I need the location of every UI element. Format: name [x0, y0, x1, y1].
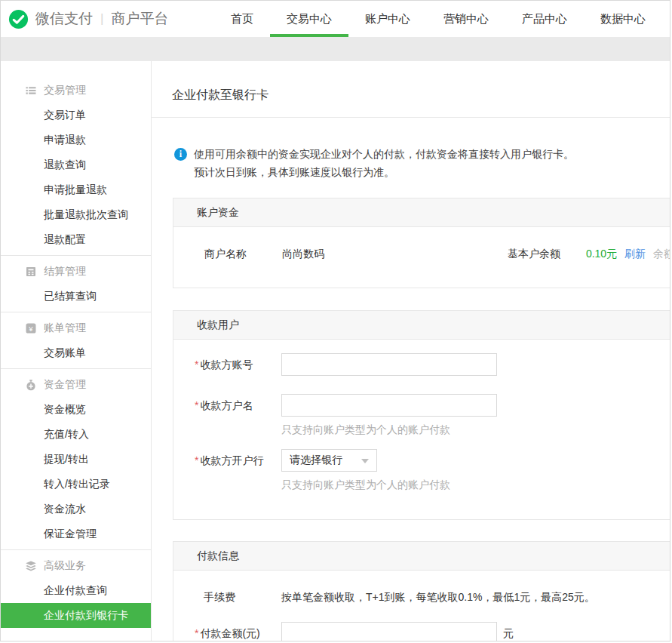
balance-group: 基本户余额 0.10元 刷新 余额不足: [508, 248, 670, 261]
payee-account-field-row: *收款方账号: [195, 353, 670, 376]
bank-select[interactable]: 请选择银行: [281, 449, 377, 472]
required-mark: *: [195, 454, 198, 466]
sidebar-divider: [1, 549, 151, 550]
balance-note: 余额不足: [653, 248, 670, 260]
required-mark: *: [195, 627, 198, 639]
sidebar-divider: [1, 368, 151, 369]
sidebar-item-batch-refund-batch-query[interactable]: 批量退款批次查询: [1, 202, 151, 227]
sidebar-section-title: 交易管理: [44, 84, 86, 97]
top-navigation: 首页 交易中心 账户中心 营销中心 产品中心 数据中心: [214, 1, 670, 37]
payee-name-label: *收款方户名: [195, 394, 281, 437]
sidebar-section-settlement-management: 结算管理: [1, 259, 151, 284]
payee-name-field-row: *收款方户名 只支持向账户类型为个人的账户付款: [195, 394, 670, 437]
payee-name-control: 只支持向账户类型为个人的账户付款: [281, 394, 497, 437]
merchant-name-value: 尚尚数码: [282, 248, 324, 261]
info-notice: i 使用可用余额中的资金实现企业对个人的付款，付款资金将直接转入用户银行卡。 预…: [174, 145, 670, 181]
account-funds-body: 商户名称 尚尚数码 基本户余额 0.10元 刷新 余额不足: [173, 227, 670, 288]
nav-marketing-center[interactable]: 营销中心: [427, 1, 505, 37]
sidebar-item-enterprise-payment-query[interactable]: 企业付款查询: [1, 578, 151, 603]
basic-balance-value: 0.10元: [586, 248, 617, 260]
sidebar: 交易管理 交易订单 申请退款 退款查询 申请批量退款 批量退款批次查询 退款配置…: [1, 61, 152, 641]
payee-body: *收款方账号 *收款方户名 只支持向账户类型为个人的账户付款 *收款: [173, 340, 670, 519]
payment-info-section: 付款信息 手续费 按单笔金额收取，T+1到账，每笔收取0.1%，最低1元，最高2…: [173, 541, 670, 641]
sidebar-section-title: 高级业务: [44, 559, 86, 573]
required-mark: *: [195, 358, 198, 371]
payee-account-input[interactable]: [281, 353, 497, 376]
nav-account-center[interactable]: 账户中心: [348, 1, 427, 37]
fee-row: 手续费 按单笔金额收取，T+1到账，每笔收取0.1%，最低1元，最高25元。: [195, 591, 670, 605]
wechat-pay-logo-icon: [8, 9, 29, 29]
basic-balance-label: 基本户余额: [508, 248, 560, 260]
sidebar-item-apply-refund[interactable]: 申请退款: [1, 128, 151, 152]
payee-bank-field-row: *收款方开户行 请选择银行 只支持向账户类型为个人的账户付款: [195, 449, 670, 492]
amount-field-row: *付款金额(元) 元: [195, 622, 670, 641]
sidebar-item-apply-batch-refund[interactable]: 申请批量退款: [1, 177, 151, 202]
sidebar-item-transaction-bill[interactable]: 交易账单: [1, 340, 151, 365]
sidebar-item-refund-config[interactable]: 退款配置: [1, 227, 151, 252]
required-mark: *: [195, 399, 198, 411]
account-funds-header: 账户资金: [173, 198, 670, 227]
payee-bank-hint: 只支持向账户类型为个人的账户付款: [281, 478, 450, 492]
merchant-name-label: 商户名称: [204, 248, 247, 261]
nav-home[interactable]: 首页: [214, 1, 270, 37]
notice-line-1: 使用可用余额中的资金实现企业对个人的付款，付款资金将直接转入用户银行卡。: [194, 145, 574, 163]
sidebar-section-funds-management: 资金管理: [1, 372, 151, 397]
payee-name-input[interactable]: [281, 394, 497, 417]
amount-label: *付款金额(元): [195, 622, 281, 641]
sidebar-item-refund-query[interactable]: 退款查询: [1, 152, 151, 177]
sidebar-item-recharge-transfer-in[interactable]: 充值/转入: [1, 422, 151, 447]
brand-portal: 商户平台: [111, 9, 168, 29]
sidebar-section-trade-management: 交易管理: [1, 78, 151, 103]
sidebar-item-enterprise-payment-to-bank-card[interactable]: 企业付款到银行卡: [1, 603, 151, 628]
refresh-balance-link[interactable]: 刷新: [624, 248, 646, 260]
info-icon: i: [174, 148, 187, 161]
sidebar-item-withdraw-transfer-out[interactable]: 提现/转出: [1, 447, 151, 472]
settlement-management-icon: [25, 266, 37, 278]
page-title: 企业付款至银行卡: [152, 61, 670, 118]
sidebar-item-transaction-orders[interactable]: 交易订单: [1, 103, 151, 128]
trade-management-icon: [25, 85, 37, 97]
main-panel: 企业付款至银行卡 i 使用可用余额中的资金实现企业对个人的付款，付款资金将直接转…: [152, 61, 670, 641]
bank-select-value: 请选择银行: [290, 454, 342, 467]
sidebar-item-settled-query[interactable]: 已结算查询: [1, 284, 151, 309]
fee-label: 手续费: [195, 591, 281, 605]
payee-section: 收款用户 *收款方账号 *收款方户名 只支持向账户类型为个人的账户付款: [173, 310, 670, 520]
merchant-platform-page: 微信支付 | 商户平台 首页 交易中心 账户中心 营销中心 产品中心 数据中心 …: [0, 0, 670, 641]
payment-info-header: 付款信息: [173, 542, 670, 571]
sidebar-item-deposit-management[interactable]: 保证金管理: [1, 521, 151, 546]
sidebar-item-transfer-records[interactable]: 转入/转出记录: [1, 472, 151, 497]
payee-bank-label: *收款方开户行: [195, 449, 281, 492]
sidebar-section-title: 资金管理: [44, 378, 86, 392]
amount-control: 元: [281, 622, 514, 641]
payee-header: 收款用户: [173, 311, 670, 340]
sidebar-item-funds-overview[interactable]: 资金概览: [1, 397, 151, 422]
sidebar-section-title: 结算管理: [44, 265, 86, 278]
sidebar-section-bill-management: ¥ 账单管理: [1, 315, 151, 340]
notice-line-2: 预计次日到账，具体到账速度以银行为准。: [194, 163, 574, 181]
nav-transaction-center[interactable]: 交易中心: [270, 1, 348, 37]
sidebar-section-title: 账单管理: [44, 322, 86, 335]
account-funds-section: 账户资金 商户名称 尚尚数码 基本户余额 0.10元 刷新 余额不足: [173, 198, 670, 288]
sidebar-item-funds-flow[interactable]: 资金流水: [1, 497, 151, 521]
payment-info-body: 手续费 按单笔金额收取，T+1到账，每笔收取0.1%，最低1元，最高25元。 *…: [173, 571, 670, 641]
advanced-business-icon: [25, 560, 37, 572]
brand-divider: |: [100, 11, 103, 26]
brand-name: 微信支付: [35, 9, 93, 29]
notice-text: 使用可用余额中的资金实现企业对个人的付款，付款资金将直接转入用户银行卡。 预计次…: [194, 145, 574, 181]
payee-bank-control: 请选择银行 只支持向账户类型为个人的账户付款: [281, 449, 450, 492]
sidebar-divider: [1, 312, 151, 312]
chevron-down-icon: [361, 459, 369, 463]
nav-data-center[interactable]: 数据中心: [584, 1, 662, 37]
content-area: 交易管理 交易订单 申请退款 退款查询 申请批量退款 批量退款批次查询 退款配置…: [1, 61, 670, 641]
nav-product-center[interactable]: 产品中心: [505, 1, 584, 37]
brand-home-link[interactable]: 微信支付 | 商户平台: [1, 1, 168, 37]
amount-unit-suffix: 元: [503, 622, 514, 641]
top-bar: 微信支付 | 商户平台 首页 交易中心 账户中心 营销中心 产品中心 数据中心: [1, 1, 670, 37]
payee-name-hint: 只支持向账户类型为个人的账户付款: [281, 423, 497, 437]
funds-management-icon: [25, 379, 37, 391]
sub-header-band: [1, 37, 670, 61]
amount-input[interactable]: [281, 622, 497, 641]
fee-description: 按单笔金额收取，T+1到账，每笔收取0.1%，最低1元，最高25元。: [281, 591, 595, 605]
sidebar-divider: [1, 255, 151, 256]
svg-text:¥: ¥: [28, 324, 33, 332]
